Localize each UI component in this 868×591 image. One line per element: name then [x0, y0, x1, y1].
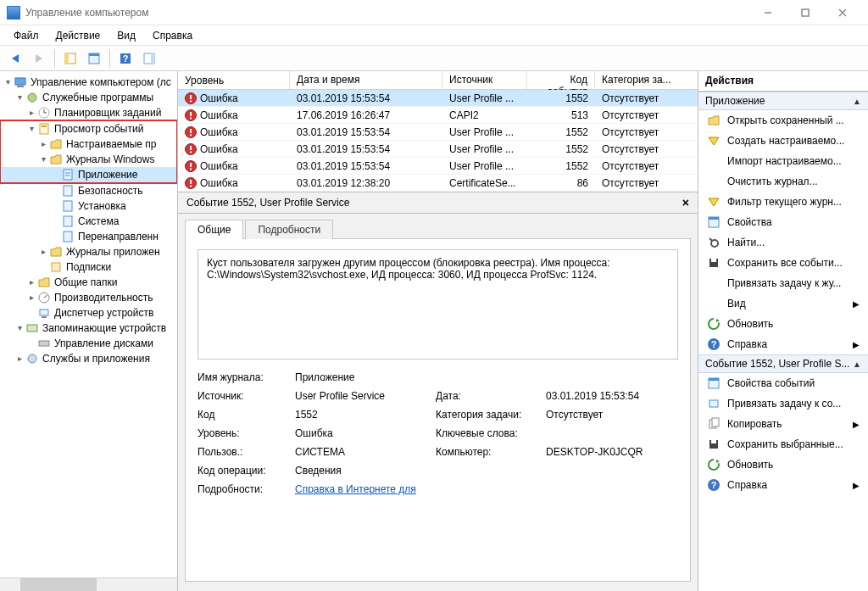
val-keywords	[546, 427, 678, 439]
menu-action[interactable]: Действие	[47, 28, 109, 43]
action-refresh[interactable]: Обновить	[698, 314, 868, 334]
table-row[interactable]: Ошибка17.06.2019 16:26:47CAPI2513Отсутст…	[178, 107, 698, 124]
error-icon	[185, 160, 197, 172]
tree-subscriptions[interactable]: Подписки	[0, 259, 177, 275]
action-item[interactable]: Сохранить выбранные...	[698, 434, 868, 454]
tree-system[interactable]: Система	[0, 214, 177, 229]
log-icon	[61, 168, 75, 181]
svg-rect-72	[711, 440, 716, 443]
tree-utils[interactable]: ▾ Служебные программы	[0, 90, 177, 105]
col-src[interactable]: Источник	[442, 71, 527, 89]
tree-forwarded[interactable]: Перенаправленн	[0, 229, 177, 244]
tree-devmgr[interactable]: Диспетчер устройств	[0, 305, 177, 321]
action-label: Создать настраиваемо...	[727, 135, 860, 147]
tree-diskmgmt[interactable]: Управление дисками	[0, 336, 177, 351]
tree-applogs[interactable]: ▸ Журналы приложен	[0, 244, 177, 259]
action-item[interactable]: Свойства событий	[698, 373, 868, 393]
back-button[interactable]	[5, 48, 25, 69]
action-help[interactable]: ? Справка ▶	[698, 334, 868, 354]
tree-setup[interactable]: Установка	[0, 198, 177, 214]
expand-icon[interactable]: ▸	[37, 244, 49, 259]
table-row[interactable]: Ошибка03.01.2019 15:53:54User Profile ..…	[178, 124, 698, 141]
tree-root[interactable]: ▾ Управление компьютером (лс	[0, 75, 177, 90]
action-item[interactable]: Открыть сохраненный ...	[698, 110, 868, 131]
action-view[interactable]: Вид ▶	[698, 293, 868, 314]
cell-date: 03.01.2019 15:53:54	[290, 143, 442, 155]
expand-icon[interactable]: ▸	[25, 105, 37, 120]
close-detail-button[interactable]: ×	[682, 196, 689, 209]
table-row[interactable]: Ошибка03.01.2019 15:53:54User Profile ..…	[178, 158, 698, 175]
close-button[interactable]	[824, 1, 861, 25]
main-area: ▾ Управление компьютером (лс ▾ Служебные…	[0, 71, 868, 591]
action-item[interactable]: Свойства	[698, 212, 868, 232]
action-item[interactable]: Привязать задачу к жу...	[698, 273, 868, 293]
expand-icon[interactable]: ▾	[14, 321, 25, 336]
window-title: Управление компьютером	[25, 7, 749, 19]
action-item[interactable]: Копировать▶	[698, 414, 868, 434]
tree-eventviewer[interactable]: ▾ Просмотр событий	[0, 121, 177, 137]
menu-view[interactable]: Вид	[108, 28, 144, 43]
actions-section-app[interactable]: Приложение ▲	[698, 92, 868, 110]
tree-app[interactable]: Приложение	[0, 167, 177, 182]
cell-source: User Profile ...	[442, 126, 527, 138]
action-item[interactable]: Фильтр текущего журн...	[698, 192, 868, 212]
menu-help[interactable]: Справка	[144, 28, 201, 43]
cell-eventid: 1552	[527, 92, 595, 104]
panel-toggle-button[interactable]	[139, 48, 159, 69]
expand-icon[interactable]: ▸	[37, 137, 49, 152]
actions-section-event[interactable]: Событие 1552, User Profile S... ▲	[698, 354, 868, 373]
svg-rect-70	[712, 418, 719, 427]
expand-icon[interactable]: ▾	[37, 152, 49, 167]
tree-services[interactable]: ▸ Службы и приложения	[0, 351, 177, 366]
expand-icon[interactable]: ▾	[14, 90, 25, 105]
action-item[interactable]: Найти...	[698, 232, 868, 253]
action-item[interactable]: Сохранить все событи...	[698, 253, 868, 273]
console-tree[interactable]: ▾ Управление компьютером (лс ▾ Служебные…	[0, 71, 177, 577]
tab-details[interactable]: Подробности	[245, 220, 333, 239]
tree-security[interactable]: Безопасность	[0, 183, 177, 198]
col-id[interactable]: Код события	[527, 71, 595, 89]
action-item[interactable]: Очистить журнал...	[698, 171, 868, 192]
cell-eventid: 86	[527, 177, 595, 189]
menu-file[interactable]: Файл	[5, 28, 47, 43]
cell-date: 03.01.2019 15:53:54	[290, 160, 442, 172]
action-item[interactable]: Обновить	[698, 454, 868, 475]
col-level[interactable]: Уровень	[178, 71, 290, 89]
expand-icon[interactable]: ▸	[25, 275, 37, 290]
action-item[interactable]: ?Справка▶	[698, 475, 868, 495]
table-row[interactable]: Ошибка03.01.2019 15:53:54User Profile ..…	[178, 141, 698, 158]
expand-icon[interactable]: ▾	[2, 75, 14, 90]
tab-general[interactable]: Общие	[185, 220, 243, 239]
help-toolbar-button[interactable]: ?	[115, 48, 136, 69]
maximize-button[interactable]	[787, 1, 824, 25]
show-hide-tree-button[interactable]	[60, 48, 81, 69]
table-row[interactable]: Ошибка03.01.2019 15:53:54User Profile ..…	[178, 90, 698, 107]
tree-pane: ▾ Управление компьютером (лс ▾ Служебные…	[0, 71, 178, 591]
minimize-button[interactable]	[749, 1, 787, 25]
tree-root-label: Управление компьютером (лс	[31, 75, 171, 90]
action-icon	[707, 215, 721, 229]
tree-shared[interactable]: ▸ Общие папки	[0, 275, 177, 290]
eventviewer-icon	[37, 122, 51, 136]
event-grid-body[interactable]: Ошибка03.01.2019 15:53:54User Profile ..…	[178, 90, 698, 192]
tree-winlogs[interactable]: ▾ Журналы Windows	[0, 152, 177, 167]
moreinfo-link[interactable]: Справка в Интернете для	[295, 483, 416, 495]
actions-list-app: Открыть сохраненный ...Создать настраива…	[698, 110, 868, 293]
action-item[interactable]: Создать настраиваемо...	[698, 131, 868, 151]
expand-icon[interactable]: ▸	[25, 290, 37, 305]
tree-scheduler[interactable]: ▸ Планировщик заданий	[0, 105, 177, 120]
expand-icon[interactable]: ▾	[25, 121, 37, 137]
tree-horizontal-scrollbar[interactable]	[0, 577, 177, 591]
tree-customviews[interactable]: ▸ Настраиваемые пр	[0, 137, 177, 152]
col-date[interactable]: Дата и время	[290, 71, 442, 89]
col-cat[interactable]: Категория за...	[595, 71, 684, 89]
action-item[interactable]: Привязать задачу к со...	[698, 393, 868, 414]
expand-icon[interactable]: ▸	[14, 351, 25, 366]
tree-storage[interactable]: ▾ Запоминающие устройств	[0, 321, 177, 336]
event-properties: Имя журнала: Приложение Источник: User P…	[198, 371, 678, 495]
properties-button[interactable]	[84, 48, 104, 69]
table-row[interactable]: Ошибка03.01.2019 12:38:20CertificateSe..…	[178, 175, 698, 192]
action-item[interactable]: Импорт настраиваемо...	[698, 151, 868, 171]
forward-button[interactable]	[29, 48, 49, 69]
tree-perf[interactable]: ▸ Производительность	[0, 290, 177, 305]
